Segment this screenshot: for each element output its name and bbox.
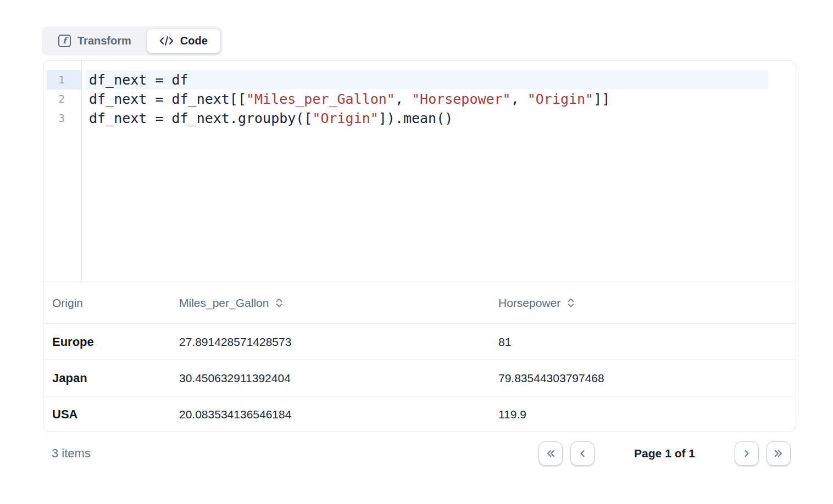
tab-transform[interactable]: f Transform: [44, 29, 146, 53]
column-label: Horsepower: [498, 296, 560, 310]
previous-page-button[interactable]: [570, 441, 595, 466]
cell-origin: Europe: [43, 335, 170, 349]
line-number: 1: [47, 70, 81, 89]
code-line-text[interactable]: df_next = df: [86, 70, 768, 89]
table-row: USA20.083534136546184119.9: [43, 396, 796, 432]
line-number: 2: [47, 89, 81, 109]
column-header-miles-per-gallon[interactable]: Miles_per_Gallon: [170, 296, 490, 310]
code-line-text[interactable]: df_next = df_next[["Miles_per_Gallon", "…: [86, 89, 768, 109]
sort-icon: [275, 298, 283, 308]
first-page-button[interactable]: [538, 441, 563, 466]
cell-origin: Japan: [43, 371, 170, 385]
tab-transform-label: Transform: [77, 35, 131, 47]
line-number: 3: [47, 109, 81, 128]
cell-origin: USA: [43, 407, 170, 422]
tab-code-label: Code: [180, 35, 208, 47]
chevron-left-icon: [577, 448, 588, 459]
column-header-origin: Origin: [43, 296, 170, 310]
sort-icon: [567, 298, 575, 308]
cell-horsepower: 119.9: [490, 408, 796, 421]
column-label: Origin: [52, 296, 83, 310]
last-page-button[interactable]: [767, 441, 791, 466]
double-chevron-right-icon: [773, 448, 785, 459]
code-line[interactable]: 2df_next = df_next[["Miles_per_Gallon", …: [47, 89, 796, 109]
cell-horsepower: 79.83544303797468: [490, 372, 796, 385]
cell-miles-per-gallon: 27.891428571428573: [170, 335, 490, 349]
table-body: Europe27.89142857142857381Japan30.450632…: [43, 323, 796, 432]
items-count: 3 items: [52, 446, 91, 461]
table-header-row: Origin Miles_per_Gallon Horsepower: [43, 282, 796, 323]
cell-miles-per-gallon: 30.450632911392404: [170, 372, 490, 385]
code-icon: [159, 36, 174, 46]
transform-card: 1df_next = df2df_next = df_next[["Miles_…: [43, 60, 796, 432]
column-header-horsepower[interactable]: Horsepower: [490, 296, 796, 310]
double-chevron-left-icon: [545, 448, 557, 459]
pagination: Page 1 of 1: [538, 441, 791, 466]
result-table: Origin Miles_per_Gallon Horsepower: [43, 282, 796, 432]
column-label: Miles_per_Gallon: [179, 296, 269, 310]
code-line[interactable]: 1df_next = df: [47, 70, 796, 89]
code-editor[interactable]: 1df_next = df2df_next = df_next[["Miles_…: [43, 61, 796, 282]
table-row: Europe27.89142857142857381: [43, 323, 796, 360]
code-line[interactable]: 3df_next = df_next.groupby(["Origin"]).m…: [47, 109, 796, 128]
code-line-text[interactable]: df_next = df_next.groupby(["Origin"]).me…: [86, 109, 768, 128]
view-toggle: f Transform Code: [42, 26, 223, 55]
next-page-button[interactable]: [735, 441, 759, 466]
chevron-right-icon: [741, 448, 752, 459]
transform-panel: f Transform Code 1df_next = df2df_next =…: [0, 0, 833, 504]
table-footer: 3 items Page 1 of 1: [43, 441, 796, 466]
table-row: Japan30.45063291139240479.83544303797468: [43, 360, 796, 396]
tab-code[interactable]: Code: [147, 29, 220, 53]
function-icon: f: [58, 35, 71, 47]
page-indicator: Page 1 of 1: [634, 447, 695, 460]
cell-horsepower: 81: [490, 335, 796, 349]
cell-miles-per-gallon: 20.083534136546184: [170, 408, 490, 421]
